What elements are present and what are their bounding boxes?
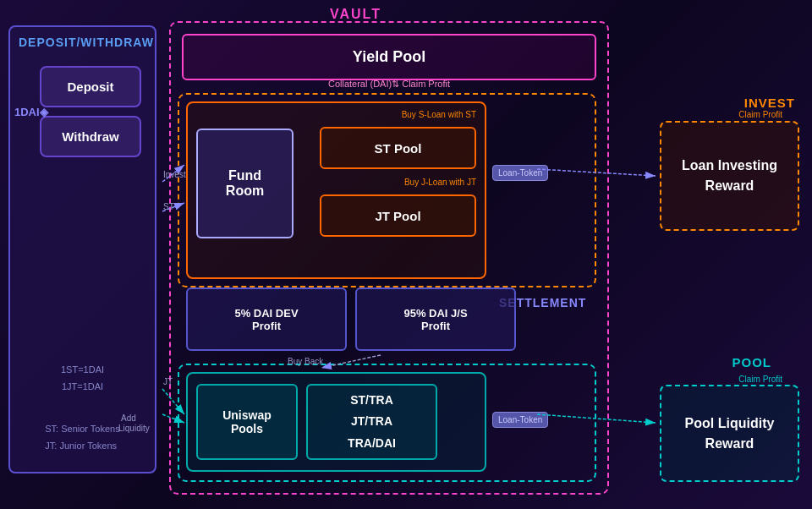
claim-profit-pool-label: Claim Profit <box>738 375 782 384</box>
dai-label: 1DAI◈ <box>14 106 48 118</box>
js-profit-box: 95% DAI J/S Profit <box>355 287 516 351</box>
loan-token-pool-badge: Loan-Token <box>492 412 548 428</box>
jt-pool-box: JT Pool <box>320 194 476 237</box>
deposit-button[interactable]: Deposit <box>40 66 141 107</box>
loan-investing-reward-box: Loan Investing Reward <box>660 121 799 231</box>
st-pool-box: ST Pool <box>320 127 476 169</box>
collateral-text: Collateral (DAI)⇅ Claim Profit <box>182 79 596 90</box>
pool-liquidity-reward-box: Pool Liquidity Reward <box>660 385 799 482</box>
token-rates: 1ST=1DAI 1JT=1DAI <box>61 362 104 396</box>
buy-jt-label: Buy J-Loan with JT <box>404 178 476 187</box>
dev-profit-box: 5% DAI DEV Profit <box>186 287 347 351</box>
pool-title: POOL <box>732 355 771 369</box>
main-container: DEPOSIT/WITHDRAW 1DAI◈ Deposit Withdraw … <box>0 0 812 509</box>
withdraw-button[interactable]: Withdraw <box>40 116 141 157</box>
tra-pools-box: ST/TRA JT/TRA TRA/DAI <box>306 384 437 460</box>
vault-label: VAULT <box>330 7 381 22</box>
invest-title: INVEST <box>744 96 795 110</box>
yield-pool: Yield Pool <box>182 34 596 80</box>
claim-profit-invest-label: Claim Profit <box>738 110 782 119</box>
deposit-withdraw-title: DEPOSIT/WITHDRAW <box>19 36 146 49</box>
token-legend: ST: Senior Tokens JT: Junior Tokens <box>45 421 119 455</box>
buy-st-label: Buy S-Loan with ST <box>402 110 476 119</box>
fund-room-box: Fund Room <box>196 129 294 238</box>
uniswap-pools-box: Uniswap Pools <box>196 384 298 460</box>
fund-room-container: Fund Room Buy S-Loan with ST ST Pool Buy… <box>186 101 486 279</box>
buyback-label: Buy Back <box>288 357 323 366</box>
pool-boxes-container: Uniswap Pools ST/TRA JT/TRA TRA/DAI <box>186 372 486 472</box>
loan-token-invest-badge: Loan-Token <box>492 165 548 181</box>
deposit-withdraw-section: DEPOSIT/WITHDRAW 1DAI◈ Deposit Withdraw … <box>8 25 156 473</box>
